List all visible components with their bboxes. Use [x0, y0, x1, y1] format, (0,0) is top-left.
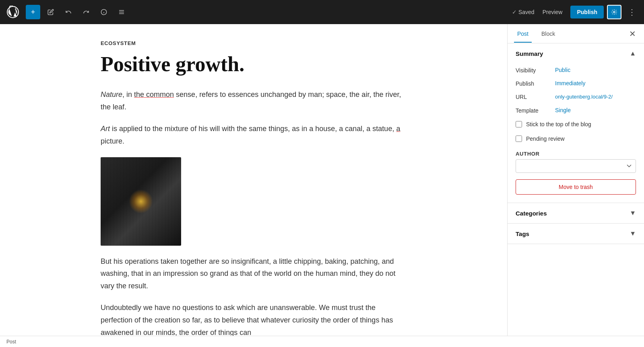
template-row: Template Single	[516, 104, 636, 117]
tab-post[interactable]: Post	[514, 26, 532, 43]
toolbar: + ✓ Saved Preview Publish	[0, 0, 644, 24]
pending-row: Pending review	[516, 131, 636, 146]
undo-button[interactable]	[61, 5, 76, 19]
publish-value[interactable]: Immediately	[555, 80, 585, 86]
italic-nature: Nature	[101, 90, 122, 99]
categories-section-header[interactable]: Categories ▼	[508, 203, 644, 223]
move-to-trash-button[interactable]: Move to trash	[516, 179, 636, 195]
chevron-up-icon: ▲	[630, 50, 636, 57]
editor-content: ECOSYSTEM Positive growth. Nature, in th…	[101, 40, 407, 320]
url-label: URL	[516, 93, 552, 100]
author-select-wrapper	[516, 159, 636, 173]
close-sidebar-button[interactable]: ✕	[627, 27, 638, 40]
paragraph-1: Nature, in the common sense, refers to e…	[101, 88, 407, 113]
tags-title: Tags	[516, 230, 529, 237]
summary-title: Summary	[516, 50, 543, 57]
preview-button[interactable]: Preview	[538, 6, 568, 18]
underline-common: the common	[134, 90, 174, 99]
post-image	[101, 157, 181, 246]
summary-section-header[interactable]: Summary ▲	[508, 43, 644, 64]
author-select[interactable]	[516, 159, 636, 173]
redo-button[interactable]	[79, 5, 93, 19]
tags-section: Tags ▼	[508, 224, 644, 244]
categories-section: Categories ▼	[508, 203, 644, 224]
status-text: Post	[6, 339, 16, 345]
categories-title: Categories	[516, 210, 547, 217]
visibility-value[interactable]: Public	[555, 67, 570, 73]
main-area: ECOSYSTEM Positive growth. Nature, in th…	[0, 24, 644, 336]
sticky-row: Stick to the top of the blog	[516, 117, 636, 131]
visibility-row: Visibility Public	[516, 64, 636, 77]
author-heading: AUTHOR	[516, 146, 636, 159]
paragraph-3: But his operations taken together are so…	[101, 255, 407, 292]
tags-chevron-icon: ▼	[630, 230, 636, 237]
svg-point-7	[613, 11, 615, 13]
settings-button[interactable]	[607, 5, 621, 19]
check-icon: ✓	[512, 9, 517, 15]
tab-block[interactable]: Block	[538, 26, 558, 43]
status-bar: Post	[0, 336, 644, 347]
tags-section-header[interactable]: Tags ▼	[508, 224, 644, 244]
categories-chevron-icon: ▼	[630, 209, 636, 217]
summary-section: Summary ▲ Visibility Public Publish Imme…	[508, 43, 644, 203]
sidebar-body: Summary ▲ Visibility Public Publish Imme…	[508, 43, 644, 336]
visibility-label: Visibility	[516, 67, 552, 74]
more-options-button[interactable]: ⋮	[625, 6, 639, 18]
paragraph-4: Undoubtedly we have no questions to ask …	[101, 302, 407, 336]
sticky-checkbox[interactable]	[516, 121, 522, 127]
right-sidebar: Post Block ✕ Summary ▲ Visibility Public	[507, 24, 644, 336]
italic-art: Art	[101, 125, 110, 133]
sticky-label[interactable]: Stick to the top of the blog	[526, 121, 591, 127]
publish-row: Publish Immediately	[516, 77, 636, 90]
info-button[interactable]	[97, 5, 111, 19]
wp-logo[interactable]	[5, 4, 21, 20]
sidebar-tabs: Post Block ✕	[508, 24, 644, 43]
pending-label[interactable]: Pending review	[526, 136, 565, 142]
url-value[interactable]: only-gutenberg.local/9-2/	[555, 93, 613, 101]
list-view-button[interactable]	[114, 5, 129, 19]
template-label: Template	[516, 107, 552, 114]
pending-checkbox[interactable]	[516, 136, 522, 142]
post-category: ECOSYSTEM	[101, 40, 407, 46]
publish-label: Publish	[516, 80, 552, 87]
edit-button[interactable]	[43, 5, 58, 19]
toolbar-right: ✓ Saved Preview Publish ⋮	[512, 5, 639, 19]
publish-button[interactable]: Publish	[570, 6, 604, 18]
post-title[interactable]: Positive growth.	[101, 53, 407, 76]
add-block-button[interactable]: +	[26, 5, 40, 19]
editor-area[interactable]: ECOSYSTEM Positive growth. Nature, in th…	[0, 24, 507, 336]
saved-label: ✓ Saved	[512, 9, 535, 15]
paragraph-2: Art is applied to the mixture of his wil…	[101, 123, 407, 147]
url-row: URL only-gutenberg.local/9-2/	[516, 90, 636, 104]
summary-section-body: Visibility Public Publish Immediately UR…	[508, 64, 644, 203]
post-body[interactable]: Nature, in the common sense, refers to e…	[101, 88, 407, 336]
underline-a: a	[396, 125, 400, 133]
template-value[interactable]: Single	[555, 107, 571, 113]
